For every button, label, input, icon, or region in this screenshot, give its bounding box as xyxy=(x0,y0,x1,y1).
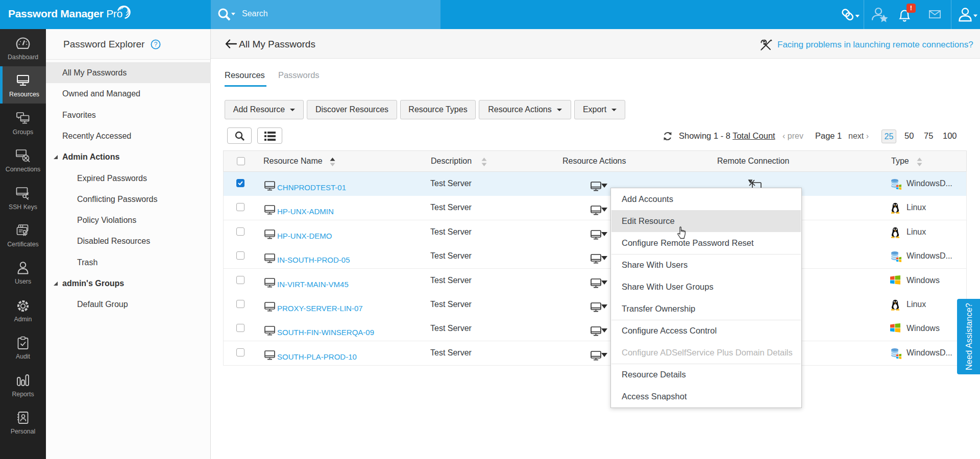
svg-text:?: ? xyxy=(154,41,158,48)
